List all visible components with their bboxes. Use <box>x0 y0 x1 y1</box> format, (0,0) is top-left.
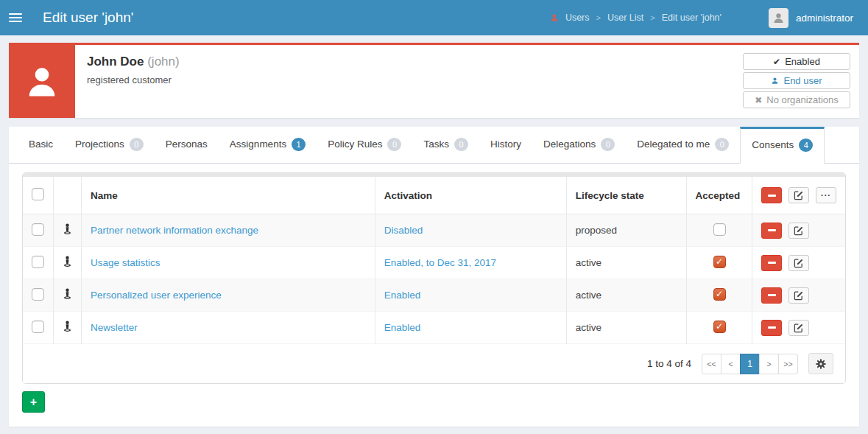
table-settings-button[interactable] <box>808 353 833 374</box>
plus-icon: + <box>30 396 37 409</box>
row-select-checkbox[interactable] <box>32 321 44 333</box>
gear-icon <box>815 358 827 370</box>
consent-icon <box>63 321 72 335</box>
breadcrumb-current: Edit user 'john' <box>662 13 721 23</box>
page-1-button[interactable]: 1 <box>740 354 760 374</box>
edit-consent-button[interactable] <box>788 320 809 336</box>
table-row: Newsletter Enabled active <box>23 312 845 344</box>
prev-page-button[interactable]: < <box>721 354 741 374</box>
summary-tags: ✔ Enabled End user ✖ No organizations <box>743 45 859 118</box>
delete-selected-button[interactable] <box>761 187 782 203</box>
last-page-button[interactable]: >> <box>778 354 798 374</box>
lifecycle-state: proposed <box>576 225 617 236</box>
tab-bar: Basic Projections0 Personas Assignments1… <box>9 127 859 164</box>
user-description: registered customer <box>87 74 731 85</box>
breadcrumb-separator: > <box>650 13 654 22</box>
tab-delegations[interactable]: Delegations0 <box>532 127 626 163</box>
tab-count-badge: 0 <box>601 138 615 151</box>
lifecycle-state: active <box>576 290 601 301</box>
user-icon <box>771 77 779 85</box>
select-all-checkbox[interactable] <box>32 188 44 200</box>
account-menu[interactable]: administrator <box>769 8 853 28</box>
tab-policy-rules[interactable]: Policy Rules0 <box>317 127 412 163</box>
consent-name-link[interactable]: Newsletter <box>91 322 138 333</box>
delete-consent-button[interactable] <box>761 320 782 336</box>
tab-count-badge: 1 <box>292 138 306 151</box>
tab-projections[interactable]: Projections0 <box>64 127 155 163</box>
table-row: Personalized user experience Enabled act… <box>23 279 845 312</box>
pager: << < 1 > >> <box>702 354 798 374</box>
minus-icon <box>768 195 776 197</box>
delete-consent-button[interactable] <box>761 255 782 271</box>
ellipsis-icon: ··· <box>821 192 831 200</box>
table-row: Partner network information exchange Dis… <box>23 214 845 247</box>
delete-consent-button[interactable] <box>761 223 782 239</box>
consent-icon <box>63 256 72 270</box>
details-panel: Basic Projections0 Personas Assignments1… <box>9 127 859 427</box>
tab-basic[interactable]: Basic <box>18 127 64 163</box>
activation-link[interactable]: Enabled, to Dec 31, 2017 <box>384 257 496 268</box>
tab-count-badge: 0 <box>454 138 468 151</box>
user-display-name: John Doe <box>87 55 144 69</box>
minus-icon <box>768 262 776 264</box>
consent-name-link[interactable]: Personalized user experience <box>91 290 222 301</box>
page-title: Edit user 'john' <box>43 10 133 26</box>
breadcrumb: Users > User List > Edit user 'john' <box>550 13 721 23</box>
tab-assignments[interactable]: Assignments1 <box>219 127 317 163</box>
tab-consents[interactable]: Consents4 <box>740 127 825 164</box>
edit-consent-button[interactable] <box>788 255 809 271</box>
consent-name-link[interactable]: Usage statistics <box>91 257 160 268</box>
row-select-checkbox[interactable] <box>32 256 44 268</box>
accepted-checkbox[interactable] <box>713 256 726 268</box>
status-badge-label: Enabled <box>785 56 820 67</box>
edit-icon <box>794 258 804 268</box>
activation-link[interactable]: Enabled <box>384 322 421 333</box>
edit-icon <box>794 190 804 200</box>
activation-link[interactable]: Enabled <box>384 290 421 301</box>
minus-icon <box>768 229 776 231</box>
breadcrumb-users[interactable]: Users <box>565 13 590 23</box>
status-badge-label: End user <box>783 75 822 86</box>
menu-toggle-icon[interactable] <box>9 7 31 29</box>
more-actions-button[interactable]: ··· <box>816 187 836 203</box>
edit-consent-button[interactable] <box>788 287 809 304</box>
top-header-bar: Edit user 'john' Users > User List > Edi… <box>0 0 868 35</box>
tab-delegated-to-me[interactable]: Delegated to me0 <box>626 127 740 163</box>
tab-count-badge: 0 <box>130 138 144 151</box>
table-footer: 1 to 4 of 4 << < 1 > >> <box>23 344 845 383</box>
next-page-button[interactable]: > <box>759 354 779 374</box>
accepted-checkbox[interactable] <box>713 223 726 236</box>
lifecycle-state: active <box>576 322 601 333</box>
user-login-name: (john) <box>147 55 179 69</box>
edit-selected-button[interactable] <box>788 187 809 203</box>
consent-icon <box>63 288 72 302</box>
accepted-checkbox[interactable] <box>713 321 726 333</box>
tab-personas[interactable]: Personas <box>155 127 219 163</box>
status-badge-label: No organizations <box>766 94 839 105</box>
first-page-button[interactable]: << <box>702 354 721 374</box>
row-select-checkbox[interactable] <box>32 288 44 301</box>
tab-tasks[interactable]: Tasks0 <box>412 127 479 163</box>
edit-icon <box>794 225 804 236</box>
breadcrumb-separator: > <box>596 13 601 22</box>
status-badge-no-organizations: ✖ No organizations <box>743 91 850 108</box>
column-header-name: Name <box>82 177 375 214</box>
add-consent-button[interactable]: + <box>22 391 45 413</box>
consent-name-link[interactable]: Partner network information exchange <box>91 225 258 236</box>
edit-icon <box>794 323 804 333</box>
status-badge-end-user: End user <box>743 72 850 89</box>
accepted-checkbox[interactable] <box>713 288 726 301</box>
activation-link[interactable]: Disabled <box>384 225 423 236</box>
row-select-checkbox[interactable] <box>32 223 44 236</box>
edit-consent-button[interactable] <box>788 223 809 239</box>
delete-consent-button[interactable] <box>761 287 782 304</box>
tab-count-badge: 4 <box>799 139 813 152</box>
lifecycle-state: active <box>576 257 601 268</box>
check-icon: ✔ <box>773 57 780 66</box>
tab-history[interactable]: History <box>479 127 532 163</box>
column-header-accepted: Accepted <box>686 177 752 214</box>
status-badge-enabled: ✔ Enabled <box>743 53 850 70</box>
breadcrumb-user-list[interactable]: User List <box>607 13 643 23</box>
user-summary-panel: John Doe (john) registered customer ✔ En… <box>9 43 859 118</box>
paging-summary: 1 to 4 of 4 <box>647 358 691 369</box>
